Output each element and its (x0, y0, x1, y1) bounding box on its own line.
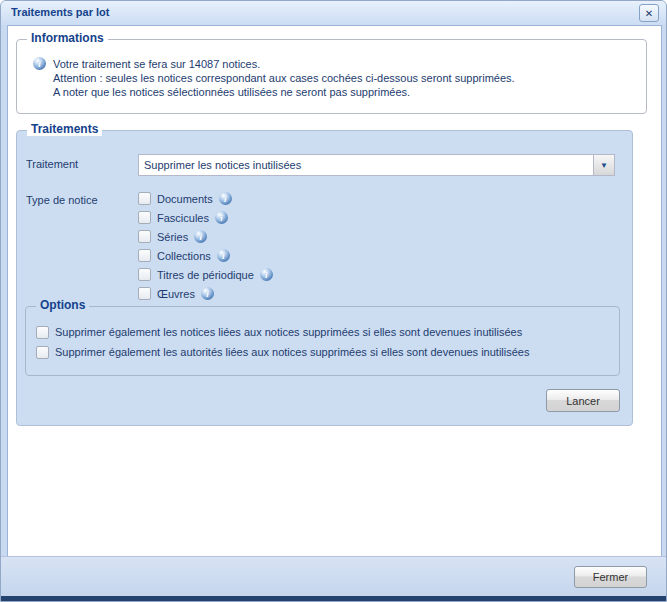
background-page-strip (1, 596, 666, 601)
checkbox-fascicules[interactable] (138, 211, 151, 224)
traitement-label: Traitement (26, 158, 78, 170)
checkbox-row-delete-linked-notices[interactable]: Supprimer également les notices liées au… (36, 322, 529, 342)
checkbox-delete-linked-notices[interactable] (36, 326, 49, 339)
checkbox-label: Documents (157, 193, 213, 205)
checkbox-label: Séries (157, 231, 188, 243)
info-icon[interactable] (201, 287, 214, 300)
traitements-legend: Traitements (27, 122, 102, 136)
checkbox-oeuvres[interactable] (138, 287, 151, 300)
checkbox-row-oeuvres[interactable]: Œuvres (138, 284, 273, 303)
checkbox-label: Titres de périodique (157, 269, 254, 281)
close-dialog-button[interactable]: Fermer (574, 566, 647, 588)
batch-processing-dialog: Traitements par lot Informations Votre t… (0, 0, 667, 602)
checkbox-label: Fascicules (157, 212, 209, 224)
checkbox-label: Supprimer également les autorités liées … (55, 346, 529, 358)
checkbox-row-fascicules[interactable]: Fascicules (138, 208, 273, 227)
dialog-footer: Fermer (1, 556, 666, 596)
checkbox-row-documents[interactable]: Documents (138, 189, 273, 208)
checkbox-documents[interactable] (138, 192, 151, 205)
info-icon (33, 57, 46, 70)
checkbox-label: Supprimer également les notices liées au… (55, 326, 522, 338)
chevron-down-icon[interactable] (593, 155, 614, 175)
checkbox-row-collections[interactable]: Collections (138, 246, 273, 265)
titlebar: Traitements par lot (1, 1, 666, 25)
options-fieldset: Options Supprimer également les notices … (25, 306, 620, 376)
informations-fieldset: Informations Votre traitement se fera su… (16, 39, 647, 114)
launch-button[interactable]: Lancer (546, 389, 620, 412)
info-line-3: A noter que les notices sélectionnées ut… (53, 85, 515, 99)
info-icon[interactable] (194, 230, 207, 243)
checkbox-label: Œuvres (157, 288, 195, 300)
options-list: Supprimer également les notices liées au… (36, 322, 529, 362)
info-lines: Votre traitement se fera sur 14087 notic… (53, 57, 515, 99)
info-icon[interactable] (219, 192, 232, 205)
dialog-body: Informations Votre traitement se fera su… (7, 25, 662, 558)
info-icon[interactable] (217, 249, 230, 262)
close-icon (645, 7, 653, 19)
checkbox-series[interactable] (138, 230, 151, 243)
traitement-select[interactable]: Supprimer les notices inutilisées (138, 154, 615, 176)
info-message: Votre traitement se fera sur 14087 notic… (33, 57, 515, 99)
traitements-fieldset: Traitements Traitement Supprimer les not… (16, 130, 633, 426)
notice-type-list: Documents Fascicules Séries Collections (138, 189, 273, 303)
options-legend: Options (36, 298, 89, 312)
checkbox-delete-linked-authorities[interactable] (36, 346, 49, 359)
close-button[interactable] (639, 4, 659, 22)
type-de-notice-label: Type de notice (26, 194, 98, 206)
info-icon[interactable] (260, 268, 273, 281)
info-icon[interactable] (215, 211, 228, 224)
dialog-title: Traitements par lot (11, 6, 109, 18)
info-line-2: Attention : seules les notices correspon… (53, 71, 515, 85)
checkbox-collections[interactable] (138, 249, 151, 262)
checkbox-label: Collections (157, 250, 211, 262)
informations-legend: Informations (27, 31, 108, 45)
checkbox-titres-de-periodique[interactable] (138, 268, 151, 281)
checkbox-row-series[interactable]: Séries (138, 227, 273, 246)
checkbox-row-titres-de-periodique[interactable]: Titres de périodique (138, 265, 273, 284)
traitement-selected-value: Supprimer les notices inutilisées (139, 155, 593, 175)
checkbox-row-delete-linked-authorities[interactable]: Supprimer également les autorités liées … (36, 342, 529, 362)
info-line-1: Votre traitement se fera sur 14087 notic… (53, 57, 515, 71)
